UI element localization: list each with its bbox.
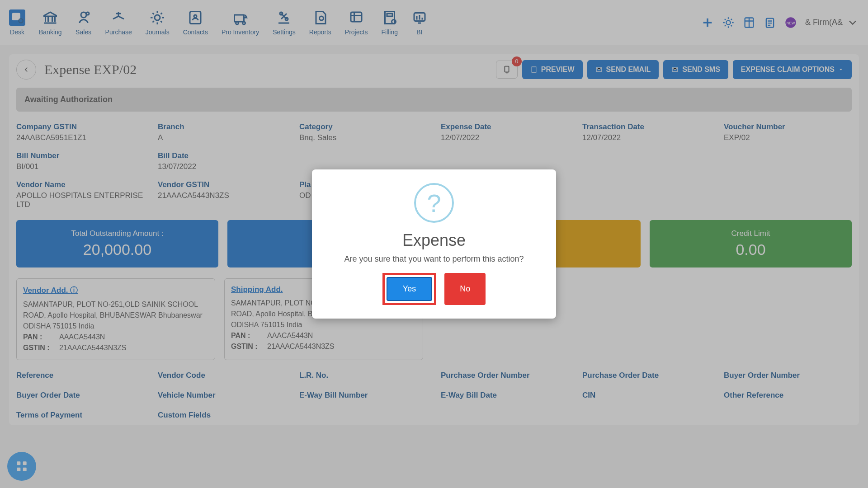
yes-button-highlight: Yes bbox=[382, 273, 436, 305]
modal-buttons: Yes No bbox=[330, 273, 538, 305]
modal-title: Expense bbox=[330, 231, 538, 250]
yes-button[interactable]: Yes bbox=[387, 277, 432, 301]
confirm-modal: ? Expense Are you sure that you want to … bbox=[312, 169, 556, 319]
modal-message: Are you sure that you want to perform th… bbox=[330, 254, 538, 264]
question-icon: ? bbox=[414, 183, 454, 223]
no-button[interactable]: No bbox=[444, 273, 486, 305]
